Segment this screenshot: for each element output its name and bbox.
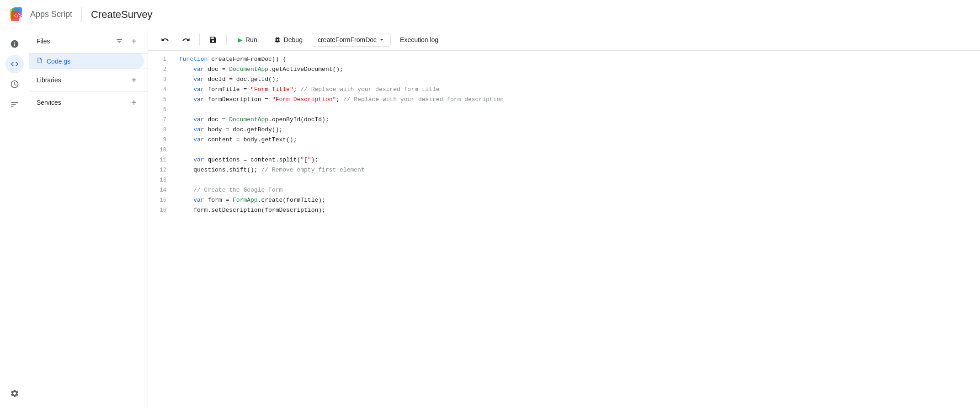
line-content-2: var doc = DocumentApp.getActiveDocument(… xyxy=(176,64,980,75)
executions-sidebar-btn[interactable] xyxy=(5,95,24,113)
line-num-10: 10 xyxy=(148,145,176,155)
undo-btn[interactable] xyxy=(155,33,175,47)
toolbar-divider-1 xyxy=(199,34,200,45)
line-num-8: 8 xyxy=(148,125,176,135)
execution-log-label: Execution log xyxy=(400,36,438,43)
line-content-14: // Create the Google Form xyxy=(176,185,980,195)
triggers-sidebar-btn[interactable] xyxy=(5,75,24,93)
dropdown-icon xyxy=(378,37,385,43)
code-line-5: 5 var formDescription = "Form Descriptio… xyxy=(148,95,980,105)
libraries-label: Libraries xyxy=(37,76,61,84)
clock-icon xyxy=(10,80,19,89)
apps-script-label: Apps Script xyxy=(30,10,72,19)
undo-icon xyxy=(161,36,169,44)
save-icon xyxy=(209,36,217,44)
line-num-6: 6 xyxy=(148,105,176,115)
debug-label: Debug xyxy=(284,36,303,43)
executions-icon xyxy=(10,100,19,109)
line-content-13 xyxy=(176,175,980,185)
code-toolbar: ▶ Run Debug createFormFromDoc Execution … xyxy=(148,29,980,51)
settings-sidebar-btn[interactable] xyxy=(5,384,24,403)
code-line-4: 4 var formTitle = "Form Title"; // Repla… xyxy=(148,85,980,95)
svg-text:</>: </> xyxy=(13,12,22,19)
line-content-1: function createFormFromDoc() { xyxy=(176,54,980,64)
sort-icon xyxy=(116,38,123,45)
run-icon: ▶ xyxy=(238,36,243,43)
services-label: Services xyxy=(37,99,61,106)
line-content-16: form.setDescription(formDescription); xyxy=(176,205,980,215)
icon-sidebar xyxy=(0,29,29,408)
code-line-14: 14 // Create the Google Form xyxy=(148,185,980,195)
code-line-1: 1 function createFormFromDoc() { xyxy=(148,54,980,64)
debug-btn[interactable]: Debug xyxy=(266,33,310,46)
file-panel-actions: + xyxy=(113,35,140,48)
code-line-2: 2 var doc = DocumentApp.getActiveDocumen… xyxy=(148,64,980,75)
files-title: Files xyxy=(37,38,50,45)
line-num-3: 3 xyxy=(148,75,176,85)
line-num-7: 7 xyxy=(148,115,176,125)
line-content-10 xyxy=(176,145,980,155)
line-content-15: var form = FormApp.create(formTitle); xyxy=(176,195,980,205)
file-panel: Files + Code.gs Libraries + xyxy=(29,29,148,408)
line-content-9: var content = body.getText(); xyxy=(176,135,980,145)
save-btn[interactable] xyxy=(203,33,223,47)
line-content-8: var body = doc.getBody(); xyxy=(176,125,980,135)
line-content-6 xyxy=(176,105,980,115)
code-line-3: 3 var docId = doc.getId(); xyxy=(148,75,980,85)
code-line-10: 10 xyxy=(148,145,980,155)
code-line-15: 15 var form = FormApp.create(formTitle); xyxy=(148,195,980,205)
execution-log-btn[interactable]: Execution log xyxy=(393,33,446,46)
code-line-11: 11 var questions = content.split("["); xyxy=(148,155,980,165)
code-icon xyxy=(10,59,19,69)
add-service-btn[interactable]: + xyxy=(128,96,140,109)
file-item-code-gs[interactable]: Code.gs xyxy=(29,54,144,69)
main-layout: Files + Code.gs Libraries + xyxy=(0,29,980,408)
info-sidebar-btn[interactable] xyxy=(5,35,24,53)
add-file-btn[interactable]: + xyxy=(128,35,140,48)
line-num-15: 15 xyxy=(148,195,176,205)
file-panel-header: Files + xyxy=(29,29,148,54)
code-area: ▶ Run Debug createFormFromDoc Execution … xyxy=(148,29,980,408)
top-header: </> Apps Script CreateSurvey xyxy=(0,0,980,29)
function-selector[interactable]: createFormFromDoc xyxy=(312,33,391,47)
code-sidebar-btn[interactable] xyxy=(5,55,24,73)
line-content-4: var formTitle = "Form Title"; // Replace… xyxy=(176,85,980,95)
project-title: CreateSurvey xyxy=(91,9,153,21)
line-num-9: 9 xyxy=(148,135,176,145)
info-icon xyxy=(10,39,19,48)
header-divider xyxy=(81,7,82,22)
line-num-11: 11 xyxy=(148,155,176,165)
line-num-2: 2 xyxy=(148,64,176,75)
line-content-11: var questions = content.split("["); xyxy=(176,155,980,165)
code-line-13: 13 xyxy=(148,175,980,185)
logo-area: </> Apps Script xyxy=(7,5,72,24)
run-label: Run xyxy=(245,36,257,43)
line-num-5: 5 xyxy=(148,95,176,105)
code-line-9: 9 var content = body.getText(); xyxy=(148,135,980,145)
code-line-16: 16 form.setDescription(formDescription); xyxy=(148,205,980,215)
code-line-12: 12 questions.shift(); // Remove empty fi… xyxy=(148,165,980,175)
code-line-7: 7 var doc = DocumentApp.openById(docId); xyxy=(148,115,980,125)
sort-files-btn[interactable] xyxy=(113,35,126,48)
add-library-btn[interactable]: + xyxy=(128,74,140,86)
line-num-13: 13 xyxy=(148,175,176,185)
line-num-12: 12 xyxy=(148,165,176,175)
code-editor[interactable]: 1 function createFormFromDoc() { 2 var d… xyxy=(148,51,980,408)
redo-btn[interactable] xyxy=(176,33,196,47)
line-content-12: questions.shift(); // Remove empty first… xyxy=(176,165,980,175)
debug-icon xyxy=(274,36,281,43)
apps-script-logo: </> xyxy=(7,5,26,24)
redo-icon xyxy=(182,36,190,44)
gs-file-icon xyxy=(37,57,43,64)
run-btn[interactable]: ▶ Run xyxy=(230,33,265,46)
code-line-8: 8 var body = doc.getBody(); xyxy=(148,125,980,135)
line-num-14: 14 xyxy=(148,185,176,195)
code-line-6: 6 xyxy=(148,105,980,115)
line-num-1: 1 xyxy=(148,54,176,64)
file-name: Code.gs xyxy=(47,58,70,65)
services-section[interactable]: Services + xyxy=(29,91,148,113)
settings-icon xyxy=(10,389,19,398)
file-icon xyxy=(37,57,43,65)
libraries-section[interactable]: Libraries + xyxy=(29,69,148,91)
function-name: createFormFromDoc xyxy=(318,36,377,43)
